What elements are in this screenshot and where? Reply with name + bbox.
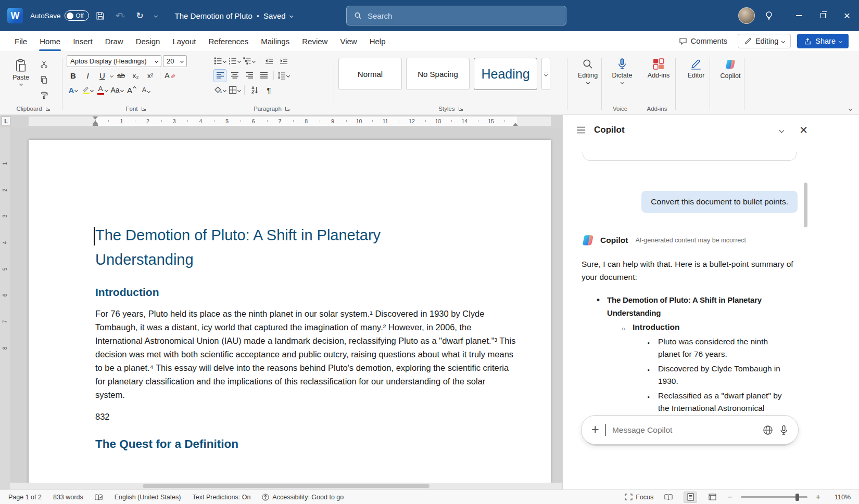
close-button[interactable]: ×	[835, 0, 859, 31]
horizontal-scrollbar-thumb[interactable]	[143, 484, 430, 488]
format-painter-button[interactable]	[37, 89, 50, 102]
autosave-switch[interactable]: Off	[65, 10, 89, 21]
globe-icon[interactable]	[763, 425, 773, 435]
dictate-button[interactable]: Dictate	[606, 54, 638, 84]
styles-dialog-launcher-icon[interactable]	[458, 106, 463, 111]
subscript-button[interactable]: x₂	[129, 69, 142, 82]
tab-design[interactable]: Design	[130, 31, 167, 51]
tab-insert[interactable]: Insert	[67, 31, 99, 51]
hanging-indent-marker[interactable]	[93, 121, 98, 124]
paste-button[interactable]: Paste	[8, 56, 33, 103]
underline-button[interactable]: U	[96, 69, 109, 82]
copy-button[interactable]	[37, 73, 50, 86]
language-selector[interactable]: English (United States)	[115, 494, 181, 501]
zoom-slider-thumb[interactable]	[795, 494, 799, 501]
undo-menu-chevron-icon[interactable]	[121, 14, 125, 17]
restore-button[interactable]	[811, 0, 835, 31]
zoom-in-button[interactable]: +	[816, 493, 820, 501]
cut-button[interactable]	[37, 58, 50, 71]
tab-mailings[interactable]: Mailings	[255, 31, 296, 51]
bullets-button[interactable]	[213, 55, 226, 68]
align-left-button[interactable]	[213, 69, 226, 82]
read-mode-button[interactable]	[662, 492, 675, 503]
superscript-button[interactable]: x²	[144, 69, 157, 82]
text-predictions[interactable]: Text Predictions: On	[192, 494, 250, 501]
copilot-ribbon-button[interactable]: Copilot	[714, 54, 747, 80]
save-button[interactable]	[92, 7, 109, 24]
microphone-input-icon[interactable]	[779, 425, 788, 435]
word-count[interactable]: 833 words	[53, 494, 83, 501]
redo-button[interactable]: ↻	[132, 7, 148, 24]
search-box[interactable]	[346, 6, 566, 25]
shading-button[interactable]	[213, 84, 226, 97]
focus-button[interactable]: Focus	[625, 494, 653, 501]
web-layout-button[interactable]	[705, 492, 719, 503]
copilot-scrollbar[interactable]	[804, 183, 807, 227]
tab-layout[interactable]: Layout	[166, 31, 202, 51]
document-page[interactable]: The Demotion of Pluto: A Shift in Planet…	[29, 140, 551, 489]
hamburger-menu-icon[interactable]	[576, 126, 586, 134]
first-line-indent-marker[interactable]	[93, 117, 98, 120]
font-dialog-launcher-icon[interactable]	[141, 106, 146, 111]
change-case-button[interactable]: Aa	[110, 84, 123, 97]
numbering-button[interactable]	[228, 55, 241, 68]
grow-font-button[interactable]: A	[125, 84, 138, 97]
document-heading-title[interactable]: The Demotion of Pluto: A Shift in Planet…	[95, 223, 433, 272]
accessibility-status[interactable]: Accessibility: Good to go	[262, 494, 344, 501]
align-center-button[interactable]	[228, 69, 241, 82]
word-logo-icon[interactable]: W	[7, 8, 23, 23]
style-no-spacing[interactable]: No Spacing	[406, 58, 470, 90]
account-avatar[interactable]	[738, 7, 755, 24]
copilot-message-input[interactable]	[612, 425, 756, 435]
line-spacing-button[interactable]	[277, 69, 290, 82]
font-size-combo[interactable]: 20	[163, 55, 187, 67]
bold-button[interactable]: B	[67, 69, 80, 82]
text-effects-button[interactable]: A	[67, 84, 80, 97]
editing-button[interactable]: Editing	[572, 54, 604, 84]
styles-gallery-expand-button[interactable]	[541, 58, 550, 90]
paragraph-dialog-launcher-icon[interactable]	[285, 106, 290, 111]
multilevel-list-button[interactable]	[243, 55, 256, 68]
tab-review[interactable]: Review	[296, 31, 334, 51]
clipboard-dialog-launcher-icon[interactable]	[45, 106, 50, 111]
align-right-button[interactable]	[243, 69, 256, 82]
quick-access-chevron-icon[interactable]	[154, 14, 158, 17]
strikethrough-button[interactable]: ab	[115, 69, 128, 82]
print-layout-button[interactable]	[684, 492, 697, 503]
share-button[interactable]: Share	[797, 34, 849, 48]
document-stray-number[interactable]: 832	[95, 410, 516, 423]
document-heading-introduction[interactable]: Introduction	[95, 286, 516, 299]
zoom-out-button[interactable]: −	[727, 493, 732, 501]
justify-button[interactable]	[257, 69, 270, 82]
horizontal-scrollbar[interactable]	[10, 483, 562, 489]
tab-home[interactable]: Home	[33, 31, 67, 51]
copilot-input-box[interactable]: +	[581, 415, 799, 445]
copilot-collapse-chevron-icon[interactable]	[779, 127, 785, 133]
tab-draw[interactable]: Draw	[99, 31, 130, 51]
tab-references[interactable]: References	[202, 31, 255, 51]
lightbulb-icon[interactable]	[764, 11, 774, 20]
search-input[interactable]	[368, 11, 559, 20]
zoom-percent[interactable]: 110%	[829, 494, 851, 501]
document-paragraph[interactable]: For 76 years, Pluto held its place as th…	[95, 307, 516, 402]
page-indicator[interactable]: Page 1 of 2	[8, 494, 42, 501]
style-normal[interactable]: Normal	[338, 58, 402, 90]
italic-button[interactable]: I	[81, 69, 94, 82]
decrease-indent-button[interactable]	[262, 55, 275, 68]
shrink-font-button[interactable]: A	[140, 84, 153, 97]
clear-formatting-button[interactable]: A	[163, 69, 176, 82]
tab-file[interactable]: File	[8, 31, 33, 51]
show-formatting-button[interactable]: ¶	[262, 84, 275, 97]
tab-view[interactable]: View	[334, 31, 363, 51]
font-name-combo[interactable]: Aptos Display (Headings)	[67, 55, 161, 67]
editor-button[interactable]: Editor	[680, 54, 712, 79]
editing-mode-button[interactable]: Editing	[738, 34, 791, 48]
proofing-status[interactable]	[95, 494, 103, 501]
style-heading-1[interactable]: Heading	[474, 58, 537, 90]
highlight-button[interactable]	[81, 84, 94, 97]
underline-chevron-icon[interactable]	[110, 73, 113, 77]
increase-indent-button[interactable]	[277, 55, 290, 68]
comments-button[interactable]: Comments	[675, 34, 731, 48]
document-heading-quest[interactable]: The Quest for a Definition	[95, 437, 516, 451]
left-indent-marker[interactable]	[93, 124, 98, 126]
